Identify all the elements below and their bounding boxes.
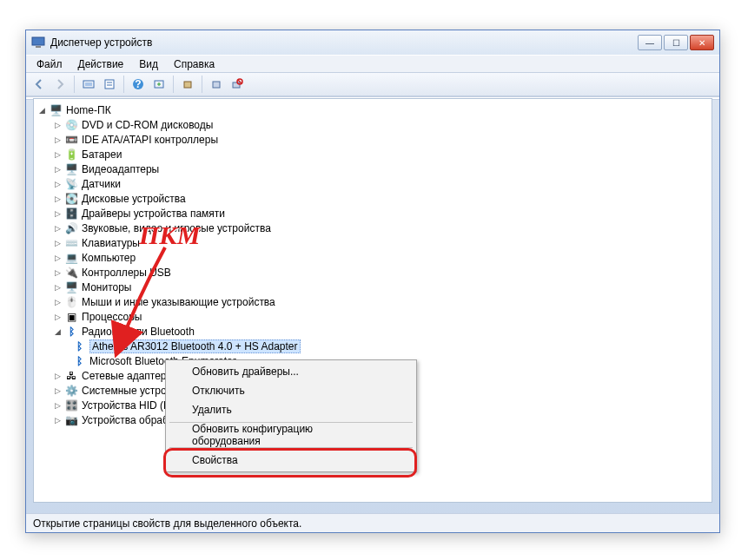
tree-item[interactable]: ▷▣Процессоры (37, 309, 712, 324)
expand-icon[interactable]: ▷ (53, 135, 63, 144)
collapse-icon[interactable]: ◢ (37, 105, 47, 115)
help-button[interactable]: ? (129, 75, 148, 94)
expand-icon[interactable]: ▷ (53, 297, 63, 306)
expand-icon[interactable]: ▷ (53, 371, 63, 380)
tree-item[interactable]: ▷🖱️Мыши и иные указывающие устройства (37, 294, 712, 309)
svg-rect-12 (233, 82, 240, 88)
tree-item[interactable]: ▷💻Компьютер (37, 250, 712, 265)
svg-rect-3 (85, 82, 92, 86)
context-menu: Обновить драйверы... Отключить Удалить О… (165, 359, 417, 472)
tree-item[interactable]: ▷💿DVD и CD-ROM дисководы (37, 117, 712, 132)
tree-item[interactable]: ▷⌨️Клавиатуры (37, 235, 712, 250)
expand-icon[interactable]: ▷ (53, 208, 63, 218)
battery-icon: 🔋 (64, 148, 78, 161)
tree-item[interactable]: ▷🗄️Драйверы устройства памяти (37, 206, 712, 221)
svg-rect-11 (213, 82, 220, 88)
expand-icon[interactable]: ▷ (53, 164, 63, 174)
svg-rect-4 (105, 80, 114, 89)
video-icon: 🖥️ (64, 162, 78, 176)
ctx-update-drivers[interactable]: Обновить драйверы... (168, 362, 414, 381)
tree-item[interactable]: ▷🖥️Видеоадаптеры (37, 161, 712, 176)
usb-icon: 🔌 (64, 266, 78, 280)
expand-icon[interactable]: ▷ (53, 149, 63, 159)
cpu-icon: ▣ (64, 310, 78, 324)
svg-rect-0 (32, 37, 44, 45)
expand-icon[interactable]: ▷ (53, 385, 63, 395)
pc-icon: 💻 (64, 251, 78, 265)
menu-action[interactable]: Действие (71, 56, 131, 72)
menu-view[interactable]: Вид (132, 56, 165, 72)
bluetooth-icon: ᛒ (72, 339, 86, 353)
ctx-separator (169, 447, 413, 448)
tree-item[interactable]: ▷📼IDE ATA/ATAPI контроллеры (37, 132, 712, 147)
svg-rect-1 (36, 46, 41, 48)
back-button[interactable] (30, 75, 49, 94)
window-title: Диспетчер устройств (50, 36, 638, 49)
menubar: Файл Действие Вид Справка (26, 55, 719, 72)
tree-item[interactable]: ▷🖥️Мониторы (37, 280, 712, 294)
mouse-icon: 🖱️ (64, 295, 78, 309)
sound-icon: 🔊 (64, 221, 78, 235)
tree-item[interactable]: ▷🔌Контроллеры USB (37, 265, 712, 280)
app-icon (31, 36, 45, 49)
ctx-delete[interactable]: Удалить (168, 400, 414, 419)
expand-icon[interactable]: ▷ (53, 267, 63, 277)
hid-icon: 🎛️ (64, 399, 78, 412)
maximize-button[interactable]: ☐ (664, 35, 688, 50)
tree-bluetooth-group[interactable]: ◢ᛒРадиомодули Bluetooth (37, 324, 712, 339)
status-text: Открытие страницы свойств для выделенног… (33, 517, 301, 530)
memory-icon: 🗄️ (64, 207, 78, 221)
titlebar[interactable]: Диспетчер устройств — ☐ ✕ (26, 30, 719, 55)
close-button[interactable]: ✕ (690, 35, 714, 50)
ctx-properties[interactable]: Свойства (168, 451, 414, 470)
action-button[interactable] (149, 75, 169, 94)
expand-icon[interactable]: ▷ (53, 179, 63, 188)
monitor-icon: 🖥️ (64, 280, 78, 294)
tree-item[interactable]: ▷📡Датчики (37, 176, 712, 191)
ide-icon: 📼 (64, 133, 78, 147)
bluetooth-icon: ᛒ (72, 354, 86, 368)
expand-icon[interactable]: ▷ (53, 194, 63, 203)
expand-icon[interactable]: ▷ (53, 223, 63, 233)
svg-text:?: ? (135, 78, 141, 90)
menu-help[interactable]: Справка (167, 56, 222, 72)
scan-button[interactable] (228, 75, 247, 94)
expand-icon[interactable]: ▷ (53, 312, 63, 321)
toolbar: ? (26, 72, 719, 96)
sensor-icon: 📡 (64, 177, 78, 191)
tree-item[interactable]: ▷🔋Батареи (37, 147, 712, 161)
bluetooth-icon: ᛒ (64, 325, 78, 339)
expand-icon[interactable]: ▷ (53, 120, 63, 129)
keyboard-icon: ⌨️ (64, 236, 78, 250)
show-hidden-button[interactable] (79, 75, 98, 94)
properties-button[interactable] (100, 75, 119, 94)
ctx-rescan[interactable]: Обновить конфигурацию оборудования (168, 425, 414, 445)
tree-root[interactable]: ◢ 🖥️ Home-ПК (37, 102, 712, 117)
sys-icon: ⚙️ (64, 384, 78, 398)
net-icon: 🖧 (64, 369, 78, 383)
expand-icon[interactable]: ▷ (53, 253, 63, 262)
uninstall-button[interactable] (207, 75, 226, 94)
expand-icon[interactable]: ▷ (53, 415, 63, 425)
update-driver-button[interactable] (178, 75, 197, 94)
computer-icon: 🖥️ (49, 103, 63, 117)
expand-icon[interactable]: ▷ (53, 400, 63, 410)
collapse-icon[interactable]: ◢ (53, 326, 63, 336)
svg-rect-10 (184, 82, 191, 88)
tree-item[interactable]: ▷🔊Звуковые, видео и игровые устройства (37, 221, 712, 235)
ctx-disable[interactable]: Отключить (168, 381, 414, 400)
disc-icon: 💿 (64, 118, 78, 132)
expand-icon[interactable]: ▷ (53, 238, 63, 247)
tree-item[interactable]: ▷💽Дисковые устройства (37, 191, 712, 206)
menu-file[interactable]: Файл (30, 56, 70, 72)
statusbar: Открытие страницы свойств для выделенног… (26, 513, 719, 532)
disk-icon: 💽 (64, 192, 78, 206)
tree-bluetooth-selected[interactable]: ᛒAtheros AR3012 Bluetooth 4.0 + HS Adapt… (37, 339, 712, 353)
forward-button[interactable] (50, 75, 70, 94)
expand-icon[interactable]: ▷ (53, 282, 63, 292)
image-icon: 📷 (64, 413, 78, 427)
minimize-button[interactable]: — (638, 35, 662, 50)
